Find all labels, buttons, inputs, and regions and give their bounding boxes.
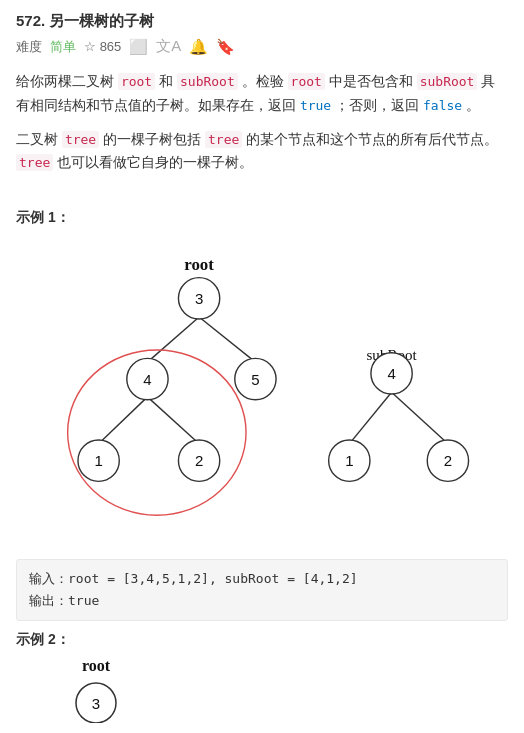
svg-text:2: 2 xyxy=(195,453,203,470)
svg-text:root: root xyxy=(82,657,111,674)
share-icon[interactable]: ⬜ xyxy=(129,38,148,56)
tree-diagram: root subRoot 3 4 5 1 xyxy=(16,235,508,555)
problem-title: 572. 另一棵树的子树 xyxy=(16,12,154,31)
tags-row: 难度 简单 ☆ 865 ⬜ 文A 🔔 🔖 xyxy=(16,37,508,56)
footer-row: CSDN @胖胖的懒羊羊 xyxy=(16,723,508,733)
svg-line-3 xyxy=(199,317,255,362)
svg-line-6 xyxy=(349,392,391,444)
svg-text:1: 1 xyxy=(345,453,353,470)
bell-icon[interactable]: 🔔 xyxy=(189,38,208,56)
svg-line-5 xyxy=(147,397,199,444)
example2-svg: root 3 xyxy=(16,653,216,723)
example1-input: 输入：root = [3,4,5,1,2], subRoot = [4,1,2] xyxy=(29,568,495,590)
description-para2: 二叉树 tree 的一棵子树包括 tree 的某个节点和这个节点的所有后代节点。… xyxy=(16,128,508,176)
example2-tree-area: root 3 xyxy=(16,653,508,723)
svg-line-4 xyxy=(99,397,148,444)
page-container: 572. 另一棵树的子树 难度 简单 ☆ 865 ⬜ 文A 🔔 🔖 给你两棵二叉… xyxy=(0,0,524,733)
bookmark-icon[interactable]: 🔖 xyxy=(216,38,235,56)
svg-text:2: 2 xyxy=(444,453,452,470)
example1-label: 示例 1： xyxy=(16,209,508,227)
svg-text:3: 3 xyxy=(195,290,203,307)
svg-text:1: 1 xyxy=(94,453,102,470)
like-count: ☆ 865 xyxy=(84,39,121,54)
difficulty-label: 难度 xyxy=(16,38,42,56)
svg-text:4: 4 xyxy=(143,371,151,388)
tree-svg: root subRoot 3 4 5 1 xyxy=(16,235,508,555)
svg-line-7 xyxy=(392,392,448,444)
svg-text:3: 3 xyxy=(92,695,100,712)
svg-text:4: 4 xyxy=(387,365,395,382)
description-para1: 给你两棵二叉树 root 和 subRoot 。检验 root 中是否包含和 s… xyxy=(16,70,508,118)
example2-label: 示例 2： xyxy=(16,631,508,649)
translate-icon[interactable]: 文A xyxy=(156,37,181,56)
example1-code-block: 输入：root = [3,4,5,1,2], subRoot = [4,1,2]… xyxy=(16,559,508,621)
difficulty-value[interactable]: 简单 xyxy=(50,38,76,56)
title-row: 572. 另一棵树的子树 xyxy=(16,12,508,31)
example1-output: 输出：true xyxy=(29,590,495,612)
svg-text:5: 5 xyxy=(251,371,259,388)
svg-line-2 xyxy=(147,317,199,362)
svg-text:root: root xyxy=(184,255,214,274)
